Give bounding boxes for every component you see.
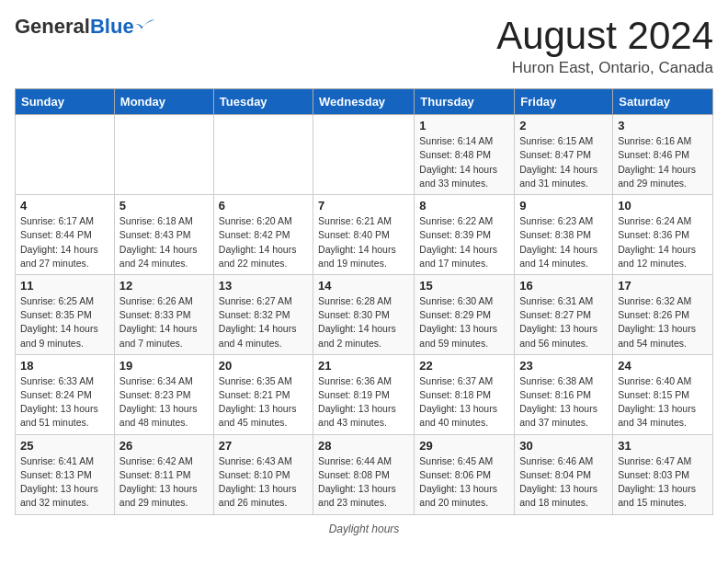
calendar-cell: 9Sunrise: 6:23 AM Sunset: 8:38 PM Daylig… xyxy=(515,195,613,275)
calendar-week-row: 25Sunrise: 6:41 AM Sunset: 8:13 PM Dayli… xyxy=(16,434,713,514)
calendar-cell xyxy=(213,115,313,195)
calendar-cell: 15Sunrise: 6:30 AM Sunset: 8:29 PM Dayli… xyxy=(415,274,515,354)
calendar-cell: 18Sunrise: 6:33 AM Sunset: 8:24 PM Dayli… xyxy=(16,354,115,434)
location: Huron East, Ontario, Canada xyxy=(496,59,713,77)
day-number: 31 xyxy=(618,439,708,453)
calendar-cell: 3Sunrise: 6:16 AM Sunset: 8:46 PM Daylig… xyxy=(613,115,713,195)
calendar-cell: 6Sunrise: 6:20 AM Sunset: 8:42 PM Daylig… xyxy=(213,195,313,275)
day-number: 17 xyxy=(618,279,708,293)
day-number: 20 xyxy=(219,359,308,373)
footer-note: Daylight hours xyxy=(15,523,713,535)
cell-info: Sunrise: 6:24 AM Sunset: 8:36 PM Dayligh… xyxy=(618,214,708,270)
calendar-cell: 7Sunrise: 6:21 AM Sunset: 8:40 PM Daylig… xyxy=(313,195,415,275)
day-number: 4 xyxy=(20,199,109,213)
calendar-cell: 11Sunrise: 6:25 AM Sunset: 8:35 PM Dayli… xyxy=(16,274,115,354)
daylight-note: Daylight hours xyxy=(329,523,400,535)
cell-info: Sunrise: 6:21 AM Sunset: 8:40 PM Dayligh… xyxy=(318,214,409,270)
weekday-header-wednesday: Wednesday xyxy=(313,89,415,115)
day-number: 13 xyxy=(219,279,308,293)
day-number: 25 xyxy=(20,439,109,453)
day-number: 27 xyxy=(219,439,308,453)
day-number: 15 xyxy=(419,279,509,293)
calendar-cell: 20Sunrise: 6:35 AM Sunset: 8:21 PM Dayli… xyxy=(213,354,313,434)
calendar-cell: 22Sunrise: 6:37 AM Sunset: 8:18 PM Dayli… xyxy=(415,354,515,434)
logo-general: General xyxy=(15,15,90,39)
calendar-cell: 26Sunrise: 6:42 AM Sunset: 8:11 PM Dayli… xyxy=(114,434,213,514)
cell-info: Sunrise: 6:31 AM Sunset: 8:27 PM Dayligh… xyxy=(519,294,608,350)
weekday-header-friday: Friday xyxy=(515,89,613,115)
cell-info: Sunrise: 6:25 AM Sunset: 8:35 PM Dayligh… xyxy=(20,294,109,350)
day-number: 16 xyxy=(519,279,608,293)
calendar-cell: 23Sunrise: 6:38 AM Sunset: 8:16 PM Dayli… xyxy=(515,354,613,434)
cell-info: Sunrise: 6:34 AM Sunset: 8:23 PM Dayligh… xyxy=(119,374,209,431)
cell-info: Sunrise: 6:23 AM Sunset: 8:38 PM Dayligh… xyxy=(519,214,608,270)
day-number: 11 xyxy=(20,279,109,293)
weekday-header-tuesday: Tuesday xyxy=(213,89,313,115)
calendar-week-row: 4Sunrise: 6:17 AM Sunset: 8:44 PM Daylig… xyxy=(16,195,713,275)
cell-info: Sunrise: 6:15 AM Sunset: 8:47 PM Dayligh… xyxy=(519,134,608,190)
calendar-cell: 12Sunrise: 6:26 AM Sunset: 8:33 PM Dayli… xyxy=(114,274,213,354)
calendar-cell xyxy=(313,115,415,195)
logo-blue: Blue xyxy=(90,15,134,39)
calendar-cell: 30Sunrise: 6:46 AM Sunset: 8:04 PM Dayli… xyxy=(515,434,613,514)
calendar-cell: 10Sunrise: 6:24 AM Sunset: 8:36 PM Dayli… xyxy=(613,195,713,275)
calendar-week-row: 1Sunrise: 6:14 AM Sunset: 8:48 PM Daylig… xyxy=(16,115,713,195)
logo: GeneralBlue xyxy=(15,15,156,39)
day-number: 3 xyxy=(618,119,708,132)
day-number: 26 xyxy=(119,439,209,453)
day-number: 29 xyxy=(419,439,509,453)
cell-info: Sunrise: 6:17 AM Sunset: 8:44 PM Dayligh… xyxy=(20,214,109,270)
calendar-week-row: 11Sunrise: 6:25 AM Sunset: 8:35 PM Dayli… xyxy=(16,274,713,354)
day-number: 21 xyxy=(318,359,409,373)
cell-info: Sunrise: 6:45 AM Sunset: 8:06 PM Dayligh… xyxy=(419,454,509,511)
cell-info: Sunrise: 6:30 AM Sunset: 8:29 PM Dayligh… xyxy=(419,294,509,350)
calendar-cell: 14Sunrise: 6:28 AM Sunset: 8:30 PM Dayli… xyxy=(313,274,415,354)
calendar-week-row: 18Sunrise: 6:33 AM Sunset: 8:24 PM Dayli… xyxy=(16,354,713,434)
weekday-header-sunday: Sunday xyxy=(16,89,115,115)
cell-info: Sunrise: 6:26 AM Sunset: 8:33 PM Dayligh… xyxy=(119,294,209,350)
cell-info: Sunrise: 6:47 AM Sunset: 8:03 PM Dayligh… xyxy=(618,454,708,511)
weekday-header-saturday: Saturday xyxy=(613,89,713,115)
calendar-cell: 16Sunrise: 6:31 AM Sunset: 8:27 PM Dayli… xyxy=(515,274,613,354)
day-number: 5 xyxy=(119,199,209,213)
calendar-cell: 25Sunrise: 6:41 AM Sunset: 8:13 PM Dayli… xyxy=(16,434,115,514)
day-number: 14 xyxy=(318,279,409,293)
cell-info: Sunrise: 6:18 AM Sunset: 8:43 PM Dayligh… xyxy=(119,214,209,270)
page-header: GeneralBlue August 2024 Huron East, Onta… xyxy=(15,15,713,77)
cell-info: Sunrise: 6:41 AM Sunset: 8:13 PM Dayligh… xyxy=(20,454,109,511)
day-number: 28 xyxy=(318,439,409,453)
weekday-header-monday: Monday xyxy=(114,89,213,115)
day-number: 19 xyxy=(119,359,209,373)
cell-info: Sunrise: 6:36 AM Sunset: 8:19 PM Dayligh… xyxy=(318,374,409,431)
day-number: 22 xyxy=(419,359,509,373)
calendar-cell xyxy=(114,115,213,195)
calendar-cell: 31Sunrise: 6:47 AM Sunset: 8:03 PM Dayli… xyxy=(613,434,713,514)
calendar-cell: 8Sunrise: 6:22 AM Sunset: 8:39 PM Daylig… xyxy=(415,195,515,275)
calendar-cell: 17Sunrise: 6:32 AM Sunset: 8:26 PM Dayli… xyxy=(613,274,713,354)
calendar-cell xyxy=(16,115,115,195)
cell-info: Sunrise: 6:28 AM Sunset: 8:30 PM Dayligh… xyxy=(318,294,409,350)
calendar-cell: 4Sunrise: 6:17 AM Sunset: 8:44 PM Daylig… xyxy=(16,195,115,275)
cell-info: Sunrise: 6:38 AM Sunset: 8:16 PM Dayligh… xyxy=(519,374,608,431)
day-number: 24 xyxy=(618,359,708,373)
day-number: 6 xyxy=(219,199,308,213)
cell-info: Sunrise: 6:33 AM Sunset: 8:24 PM Dayligh… xyxy=(20,374,109,431)
calendar-cell: 27Sunrise: 6:43 AM Sunset: 8:10 PM Dayli… xyxy=(213,434,313,514)
cell-info: Sunrise: 6:27 AM Sunset: 8:32 PM Dayligh… xyxy=(219,294,308,350)
day-number: 30 xyxy=(519,439,608,453)
cell-info: Sunrise: 6:44 AM Sunset: 8:08 PM Dayligh… xyxy=(318,454,409,511)
calendar-cell: 19Sunrise: 6:34 AM Sunset: 8:23 PM Dayli… xyxy=(114,354,213,434)
cell-info: Sunrise: 6:42 AM Sunset: 8:11 PM Dayligh… xyxy=(119,454,209,511)
day-number: 23 xyxy=(519,359,608,373)
calendar-cell: 13Sunrise: 6:27 AM Sunset: 8:32 PM Dayli… xyxy=(213,274,313,354)
calendar-cell: 24Sunrise: 6:40 AM Sunset: 8:15 PM Dayli… xyxy=(613,354,713,434)
month-title: August 2024 xyxy=(496,15,713,57)
cell-info: Sunrise: 6:32 AM Sunset: 8:26 PM Dayligh… xyxy=(618,294,708,350)
calendar-cell: 21Sunrise: 6:36 AM Sunset: 8:19 PM Dayli… xyxy=(313,354,415,434)
day-number: 12 xyxy=(119,279,209,293)
day-number: 9 xyxy=(519,199,608,213)
title-block: August 2024 Huron East, Ontario, Canada xyxy=(496,15,713,77)
day-number: 7 xyxy=(318,199,409,213)
cell-info: Sunrise: 6:35 AM Sunset: 8:21 PM Dayligh… xyxy=(219,374,308,431)
cell-info: Sunrise: 6:40 AM Sunset: 8:15 PM Dayligh… xyxy=(618,374,708,431)
